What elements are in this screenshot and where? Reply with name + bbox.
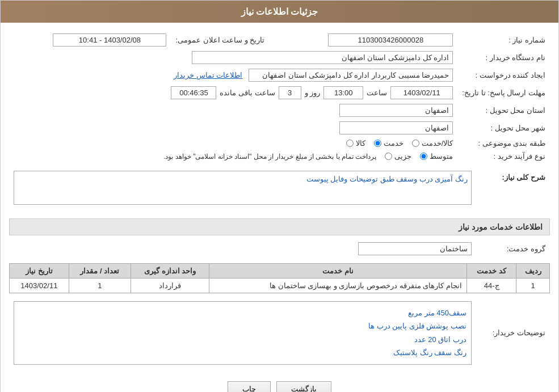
buyer-desc-content: سقف450 متر مربع نصب پوشش فلزی پایین درب … [14, 301, 472, 365]
table-row: شهر محل تحویل : اصفهان [9, 119, 550, 137]
deadline-label: مهلت ارسال پاسخ: تا تاریخ: [457, 84, 550, 102]
purchase-type-radio-group: متوسط جزیی [385, 152, 453, 161]
service-group-label: گروه خدمت: [476, 240, 550, 258]
page-header: جزئیات اطلاعات نیاز [1, 1, 558, 23]
announcement-label: تاریخ و ساعت اعلان عمومی: [171, 31, 269, 49]
creator-label: ایجاد کننده درخواست : [457, 66, 550, 84]
col-row-num: ردیف [516, 264, 550, 279]
buyer-desc-line-2: نصب پوشش فلزی پایین درب ها [19, 319, 466, 332]
table-row: نام دستگاه خریدار : اداره کل دامپزشکی اس… [9, 49, 550, 66]
days-label: روز و [305, 88, 321, 97]
service-table-body: 1 ج-44 انجام کارهای متفرقه درخصوص بازساز… [10, 279, 550, 293]
col-service-code: کد خدمت [466, 264, 516, 279]
col-quantity: تعداد / مقدار [69, 264, 131, 279]
deadline-row: 1403/02/11 ساعت 13:00 روز و 3 ساعت باقی … [14, 86, 453, 99]
category-khedmat-label: خدمت [384, 139, 404, 147]
description-content: رنگ آمیزی درب وسقف طبق توضیحات وفایل پیو… [14, 171, 472, 205]
description-row: شرح کلی نیاز: رنگ آمیزی درب وسقف طبق توض… [9, 168, 550, 213]
category-kala-khedmat-radio[interactable] [412, 140, 419, 147]
table-row: نوع فرآیند خرید : متوسط جزیی [9, 150, 550, 163]
need-number-label: شماره نیاز : [457, 31, 550, 49]
description-label: شرح کلی نیاز: [476, 168, 550, 213]
table-row: مهلت ارسال پاسخ: تا تاریخ: 1403/02/11 سا… [9, 84, 550, 102]
category-khedmat[interactable]: خدمت [374, 139, 404, 147]
page-wrapper: جزئیات اطلاعات نیاز شماره نیاز : 1103003… [0, 0, 559, 392]
service-table: ردیف کد خدمت نام خدمت واحد اندازه گیری ت… [9, 263, 550, 293]
buyer-desc-line-3: درب اتاق 20 عدد [19, 333, 466, 346]
category-kala[interactable]: کالا [346, 139, 365, 147]
col-date: تاریخ نیاز [10, 264, 69, 279]
info-table: شماره نیاز : 1103003426000028 تاریخ و سا… [9, 31, 550, 163]
buyer-name-label: نام دستگاه خریدار : [457, 49, 550, 66]
col-unit: واحد اندازه گیری [131, 264, 209, 279]
category-kala-radio[interactable] [346, 140, 354, 147]
buyer-name-value: اداره کل دامپزشکی استان اصفهان [192, 51, 453, 64]
remaining-label: ساعت باقی مانده [220, 88, 275, 97]
table-row: ایجاد کننده درخواست : حمیدرضا مسیبی کارب… [9, 66, 550, 84]
province-value: اصفهان [339, 104, 453, 117]
col-service-name: نام خدمت [209, 264, 467, 279]
time-value: 13:00 [323, 86, 363, 99]
category-khedmat-radio[interactable] [374, 140, 381, 147]
service-group-value: ساختمان [358, 242, 472, 255]
table-row: استان محل تحویل : اصفهان [9, 102, 550, 119]
table-row: طبقه بندی موضوعی : کالا/خدمت خدمت کالا [9, 137, 550, 150]
need-number-value: 1103003426000028 [328, 33, 453, 47]
category-label: طبقه بندی موضوعی : [457, 137, 550, 150]
cell-date: 1403/02/11 [10, 279, 69, 293]
purchase-type-mottaset-label: متوسط [430, 152, 453, 161]
buyer-desc-table: توضیحات خریدار: سقف450 متر مربع نصب پوشش… [9, 299, 550, 367]
service-group-row: گروه خدمت: ساختمان [9, 240, 550, 258]
purchase-note: پرداخت تمام یا بخشی از مبلغ خریدار از مح… [163, 153, 376, 161]
purchase-type-mottaset-radio[interactable] [420, 153, 427, 160]
city-value: اصفهان [339, 121, 453, 134]
cell-service-code: ج-44 [466, 279, 516, 293]
category-kala-khedmat-label: کالا/خدمت [422, 139, 453, 147]
back-button[interactable]: بازگشت [276, 381, 331, 392]
buyer-desc-row: توضیحات خریدار: سقف450 متر مربع نصب پوشش… [9, 299, 550, 367]
date-value: 1403/02/11 [390, 86, 453, 99]
days-value: 3 [279, 86, 301, 99]
table-header-row: ردیف کد خدمت نام خدمت واحد اندازه گیری ت… [10, 264, 550, 279]
creator-value: حمیدرضا مسیبی کاربردار اداره کل دامپزشکی… [249, 69, 453, 82]
purchase-type-section: متوسط جزیی پرداخت تمام یا بخشی از مبلغ خ… [14, 152, 453, 161]
header-title: جزئیات اطلاعات نیاز [241, 7, 318, 16]
purchase-type-mottaset[interactable]: متوسط [420, 152, 453, 161]
cell-unit: قرارداد [131, 279, 209, 293]
announcement-value: 1403/02/08 - 10:41 [53, 33, 166, 47]
main-content: شماره نیاز : 1103003426000028 تاریخ و سا… [1, 23, 558, 392]
purchase-type-jozee-radio[interactable] [385, 153, 392, 160]
cell-service-name: انجام کارهای متفرقه درخصوص بازسازی و بهس… [209, 279, 467, 293]
description-section-title: شرح کلی نیاز: [502, 173, 545, 182]
purchase-type-jozee[interactable]: جزیی [385, 152, 411, 161]
remaining-value: 00:46:35 [171, 86, 216, 99]
table-row: 1 ج-44 انجام کارهای متفرقه درخصوص بازساز… [10, 279, 550, 293]
category-kala-khedmat[interactable]: کالا/خدمت [412, 139, 453, 147]
purchase-type-label: نوع فرآیند خرید : [457, 150, 550, 163]
cell-row-num: 1 [516, 279, 550, 293]
service-table-head: ردیف کد خدمت نام خدمت واحد اندازه گیری ت… [10, 264, 550, 279]
buyer-desc-label: توضیحات خریدار: [476, 299, 550, 367]
cell-quantity: 1 [69, 279, 131, 293]
category-kala-label: کالا [356, 139, 365, 147]
print-button[interactable]: چاپ [228, 381, 271, 392]
description-table: شرح کلی نیاز: رنگ آمیزی درب وسقف طبق توض… [9, 168, 550, 213]
city-label: شهر محل تحویل : [457, 119, 550, 137]
table-row: شماره نیاز : 1103003426000028 تاریخ و سا… [9, 31, 550, 49]
province-label: استان محل تحویل : [457, 102, 550, 119]
time-label: ساعت [367, 88, 387, 97]
contact-link[interactable]: اطلاعات تماس خریدار [174, 71, 242, 79]
category-radio-group: کالا/خدمت خدمت کالا [346, 139, 453, 147]
buttons-row: بازگشت چاپ [9, 373, 550, 392]
buyer-desc-line-4: رنگ سقف رنگ پلاستیک [19, 346, 466, 359]
services-section-header: اطلاعات خدمات مورد نیاز [9, 218, 550, 235]
purchase-type-jozee-label: جزیی [394, 152, 411, 161]
buyer-desc-line-1: سقف450 متر مربع [19, 306, 466, 319]
service-group-table: گروه خدمت: ساختمان [9, 240, 550, 258]
